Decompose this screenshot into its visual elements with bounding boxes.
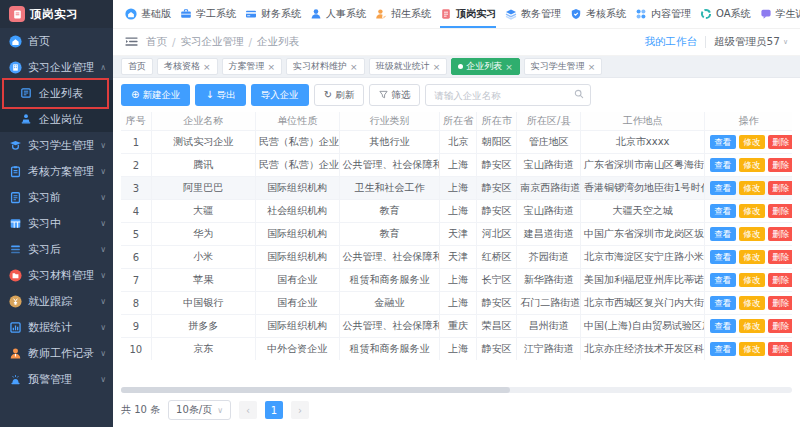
edit-button[interactable]: 修改 — [739, 296, 765, 310]
cell-actions: 查看修改删除 — [705, 223, 792, 246]
view-button[interactable]: 查看 — [710, 250, 736, 264]
tab-6[interactable]: 实习学生管理× — [524, 58, 603, 75]
delete-button[interactable]: 删除 — [768, 319, 792, 333]
delete-button[interactable]: 删除 — [768, 135, 792, 149]
close-icon[interactable]: × — [203, 62, 211, 72]
tab-1[interactable]: 考核资格× — [157, 58, 218, 75]
horizontal-scrollbar[interactable] — [121, 387, 792, 393]
chevron-down-icon: ∨ — [100, 193, 106, 202]
view-button[interactable]: 查看 — [710, 273, 736, 287]
tab-0[interactable]: 首页 — [121, 58, 153, 75]
topnav-item-1[interactable]: 学工系统 — [180, 0, 236, 28]
sidebar-subitem-1-1[interactable]: 企业岗位 — [0, 106, 113, 132]
view-button[interactable]: 查看 — [710, 181, 736, 195]
breadcrumb-home[interactable]: 首页 — [146, 35, 167, 49]
table-row: 5华为国际组织机构教育天津河北区建昌道街道中国广东省深圳市龙岗区坂田华为总...… — [121, 223, 792, 246]
next-page-button[interactable]: › — [291, 401, 309, 419]
cell-type: 社会组织机构 — [255, 200, 339, 223]
filter-button[interactable]: 筛选 — [369, 84, 420, 106]
my-workbench-link[interactable]: 我的工作台 — [645, 35, 698, 49]
delete-button[interactable]: 删除 — [768, 296, 792, 310]
sidebar-item-label: 实习学生管理 — [28, 138, 94, 153]
delete-button[interactable]: 删除 — [768, 342, 792, 356]
import-company-button[interactable]: 导入企业 — [251, 84, 309, 106]
view-button[interactable]: 查看 — [710, 296, 736, 310]
close-icon[interactable]: × — [505, 62, 513, 72]
topnav-item-5[interactable]: 顶岗实习 — [440, 0, 496, 28]
edit-button[interactable]: 修改 — [739, 250, 765, 264]
edit-button[interactable]: 修改 — [739, 319, 765, 333]
tab-5-active[interactable]: 企业列表× — [451, 58, 520, 75]
user-menu[interactable]: 超级管理员57 ∨ — [714, 35, 788, 49]
table-row: 3阿里巴巴国际组织机构卫生和社会工作上海静安区南京西路街道香港铜锣湾勿地臣街1号… — [121, 177, 792, 200]
sidebar-item-10[interactable]: 教师工作记录∨ — [0, 340, 113, 366]
sidebar-item-7[interactable]: 实习材料管理∨ — [0, 262, 113, 288]
collapse-menu-icon[interactable] — [125, 36, 138, 49]
sidebar-item-9[interactable]: 数据统计∨ — [0, 314, 113, 340]
edit-button[interactable]: 修改 — [739, 158, 765, 172]
sidebar-item-8[interactable]: 就业跟踪∨ — [0, 288, 113, 314]
sidebar-item-0[interactable]: 首页 — [0, 28, 113, 54]
scrollbar-thumb[interactable] — [121, 387, 510, 393]
close-icon[interactable]: × — [433, 62, 441, 72]
edit-button[interactable]: 修改 — [739, 342, 765, 356]
refresh-button[interactable]: ↻刷新 — [314, 84, 364, 106]
edit-button[interactable]: 修改 — [739, 227, 765, 241]
delete-button[interactable]: 删除 — [768, 227, 792, 241]
export-button[interactable]: ↓导出 — [195, 84, 245, 106]
tab-2[interactable]: 方案管理× — [222, 58, 283, 75]
sidebar-item-11[interactable]: 预警管理∨ — [0, 366, 113, 392]
topnav-item-4[interactable]: 招生系统 — [375, 0, 431, 28]
edit-button[interactable]: 修改 — [739, 181, 765, 195]
delete-button[interactable]: 删除 — [768, 181, 792, 195]
close-icon[interactable]: × — [588, 62, 596, 72]
sidebar-item-6[interactable]: 实习后∨ — [0, 236, 113, 262]
table-row: 9拼多多国际组织机构公共管理、社会保障和社...重庆荣昌区昌州街道中国(上海)自… — [121, 315, 792, 338]
topnav-item-6[interactable]: 教务管理 — [505, 0, 561, 28]
search-icon[interactable] — [574, 89, 584, 102]
close-icon[interactable]: × — [268, 62, 276, 72]
sidebar-item-3[interactable]: 考核方案管理∨ — [0, 158, 113, 184]
breadcrumb-company-mgmt[interactable]: 实习企业管理 — [181, 35, 244, 49]
topnav-item-9[interactable]: OA系统 — [700, 0, 751, 28]
close-icon[interactable]: × — [350, 62, 358, 72]
prev-page-button[interactable]: ‹ — [239, 401, 257, 419]
page-number-1[interactable]: 1 — [265, 401, 283, 419]
cell-district: 宝山路街道 — [517, 154, 581, 177]
delete-button[interactable]: 删除 — [768, 204, 792, 218]
topnav-item-7[interactable]: 考核系统 — [570, 0, 626, 28]
page-size-select[interactable]: 10条/页 ∨ — [168, 400, 231, 420]
new-company-button[interactable]: ⊕新建企业 — [121, 84, 190, 106]
sidebar-item-1[interactable]: 实习企业管理∧ — [0, 54, 113, 80]
view-button[interactable]: 查看 — [710, 342, 736, 356]
delete-button[interactable]: 删除 — [768, 250, 792, 264]
edit-button[interactable]: 修改 — [739, 273, 765, 287]
sidebar-item-4[interactable]: 实习前∨ — [0, 184, 113, 210]
app-logo-icon — [9, 6, 25, 22]
sidebar-item-2[interactable]: 实习学生管理∨ — [0, 132, 113, 158]
divider — [705, 36, 706, 48]
topnav-item-0[interactable]: 基础版 — [125, 0, 171, 28]
view-button[interactable]: 查看 — [710, 319, 736, 333]
topnav-item-2[interactable]: 财务系统 — [245, 0, 301, 28]
topnav-item-8[interactable]: 内容管理 — [635, 0, 691, 28]
sidebar-subitem-1-0[interactable]: 企业列表 — [0, 80, 113, 106]
view-button[interactable]: 查看 — [710, 135, 736, 149]
search-input[interactable] — [432, 89, 570, 102]
tab-4[interactable]: 班级就业统计× — [369, 58, 448, 75]
column-header: 所在区/县 — [517, 112, 581, 131]
cell-type: 国际组织机构 — [255, 223, 339, 246]
shield-icon — [570, 8, 582, 20]
person-icon — [310, 8, 322, 20]
topnav-item-3[interactable]: 人事系统 — [310, 0, 366, 28]
sidebar-item-5[interactable]: 实习中∨ — [0, 210, 113, 236]
delete-button[interactable]: 删除 — [768, 158, 792, 172]
topnav-item-10[interactable]: 学生诉求 — [760, 0, 800, 28]
delete-button[interactable]: 删除 — [768, 273, 792, 287]
view-button[interactable]: 查看 — [710, 227, 736, 241]
view-button[interactable]: 查看 — [710, 204, 736, 218]
edit-button[interactable]: 修改 — [739, 135, 765, 149]
tab-3[interactable]: 实习材料维护× — [286, 58, 365, 75]
edit-button[interactable]: 修改 — [739, 204, 765, 218]
view-button[interactable]: 查看 — [710, 158, 736, 172]
